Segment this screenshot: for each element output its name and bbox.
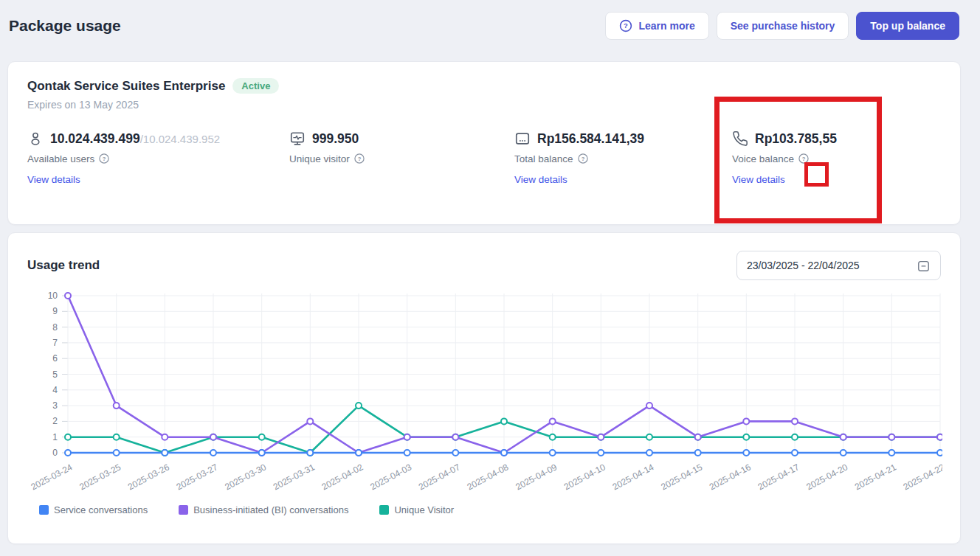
x-axis-label: 2025-04-22: [902, 462, 942, 492]
see-purchase-history-button[interactable]: See purchase history: [717, 12, 849, 40]
legend-item[interactable]: Service conversations: [39, 504, 148, 515]
data-point[interactable]: [792, 450, 798, 456]
help-circle-icon[interactable]: ?: [798, 153, 810, 164]
total-balance-view-details-link[interactable]: View details: [514, 174, 567, 185]
data-point[interactable]: [695, 434, 701, 440]
y-tick-label: 0: [52, 448, 58, 458]
voice-balance-label: Voice balance: [732, 153, 794, 164]
legend-item[interactable]: Business-initiated (BI) conversations: [179, 504, 348, 515]
data-point[interactable]: [743, 418, 749, 424]
users-total: /10.024.439.952: [140, 133, 220, 145]
credit-card-icon: [514, 131, 531, 147]
data-point[interactable]: [356, 450, 362, 456]
data-point[interactable]: [598, 434, 604, 440]
voice-balance-view-details-link[interactable]: View details: [732, 174, 785, 185]
x-axis-label: 2025-03-25: [77, 462, 122, 492]
monitor-pulse-icon: [289, 131, 306, 147]
data-point[interactable]: [501, 418, 507, 424]
data-point[interactable]: [646, 403, 652, 409]
data-point[interactable]: [452, 450, 458, 456]
y-tick-label: 6: [52, 353, 58, 364]
data-point[interactable]: [114, 450, 120, 456]
data-point[interactable]: [356, 403, 362, 409]
data-point[interactable]: [307, 450, 313, 456]
data-point[interactable]: [937, 434, 942, 440]
data-point[interactable]: [210, 434, 216, 440]
data-point[interactable]: [452, 434, 458, 440]
x-axis-label: 2025-04-21: [853, 462, 898, 492]
date-range-picker[interactable]: 23/03/2025 - 22/04/2025: [736, 251, 941, 280]
data-point[interactable]: [550, 418, 556, 424]
data-point[interactable]: [307, 418, 313, 424]
data-point[interactable]: [162, 450, 168, 456]
data-point[interactable]: [888, 434, 894, 440]
expiry-date: Expires on 13 May 2025: [27, 99, 941, 111]
svg-text:?: ?: [357, 156, 361, 162]
data-point[interactable]: [646, 450, 652, 456]
purchase-history-label: See purchase history: [731, 20, 835, 32]
x-axis-label: 2025-04-10: [562, 462, 607, 492]
data-point[interactable]: [65, 293, 71, 299]
learn-more-label: Learn more: [638, 20, 694, 32]
data-point[interactable]: [65, 434, 71, 440]
data-point[interactable]: [695, 450, 701, 456]
y-tick-label: 5: [52, 369, 58, 380]
y-tick-label: 3: [52, 400, 58, 411]
data-point[interactable]: [743, 434, 749, 440]
data-point[interactable]: [550, 450, 556, 456]
data-point[interactable]: [841, 434, 846, 440]
line-chart: 0123456789102025-03-242025-03-252025-03-…: [27, 288, 942, 503]
data-point[interactable]: [259, 434, 265, 440]
data-point[interactable]: [162, 434, 168, 440]
available-users-view-details-link[interactable]: View details: [27, 174, 80, 185]
learn-more-button[interactable]: ? Learn more: [605, 12, 708, 40]
data-point[interactable]: [888, 450, 894, 456]
data-point[interactable]: [743, 450, 749, 456]
package-title-row: Qontak Service Suites Enterprise Active: [27, 78, 941, 94]
data-point[interactable]: [792, 434, 798, 440]
data-point[interactable]: [114, 403, 120, 409]
data-point[interactable]: [501, 450, 507, 456]
data-point[interactable]: [646, 434, 652, 440]
x-axis-label: 2025-03-26: [126, 462, 171, 492]
help-circle-icon[interactable]: ?: [577, 153, 589, 164]
y-tick-label: 1: [52, 432, 58, 442]
usage-trend-chart: 0123456789102025-03-242025-03-252025-03-…: [27, 288, 941, 503]
data-point[interactable]: [792, 418, 798, 424]
data-point[interactable]: [841, 450, 846, 456]
x-axis-label: 2025-04-15: [659, 462, 704, 492]
legend-item[interactable]: Unique Visitor: [379, 504, 454, 515]
users-used: 10.024.439.499: [50, 131, 140, 146]
data-point[interactable]: [598, 450, 604, 456]
top-up-balance-button[interactable]: Top up balance: [856, 12, 959, 40]
x-axis-label: 2025-03-27: [175, 462, 220, 492]
data-point[interactable]: [550, 434, 556, 440]
x-axis-label: 2025-04-02: [320, 462, 365, 492]
help-circle-icon[interactable]: ?: [98, 153, 110, 164]
usage-trend-title: Usage trend: [27, 258, 100, 273]
data-point[interactable]: [210, 450, 216, 456]
usage-trend-header: Usage trend 23/03/2025 - 22/04/2025: [27, 251, 941, 280]
data-point[interactable]: [65, 450, 71, 456]
stat-total-balance: Rp156.584.141,39 Total balance ? View de…: [514, 131, 732, 185]
x-axis-label: 2025-04-16: [708, 462, 753, 492]
date-range-value: 23/03/2025 - 22/04/2025: [747, 260, 860, 271]
legend-label: Business-initiated (BI) conversations: [193, 504, 348, 515]
available-users-value: 10.024.439.499/10.024.439.952: [50, 131, 220, 147]
stat-available-users: 10.024.439.499/10.024.439.952 Available …: [27, 131, 289, 185]
y-tick-label: 10: [48, 291, 58, 301]
total-balance-label: Total balance: [514, 153, 573, 164]
package-usage-page: Package usage ? Learn more See purchase …: [0, 0, 980, 556]
data-point[interactable]: [259, 450, 265, 456]
data-point[interactable]: [937, 450, 942, 456]
data-point[interactable]: [404, 434, 410, 440]
header-actions: ? Learn more See purchase history Top up…: [605, 12, 959, 40]
help-circle-icon[interactable]: ?: [353, 153, 365, 164]
legend-swatch: [379, 505, 389, 515]
usage-trend-card: Usage trend 23/03/2025 - 22/04/2025 0123…: [7, 232, 961, 544]
package-card: Qontak Service Suites Enterprise Active …: [7, 61, 961, 225]
data-point[interactable]: [114, 434, 120, 440]
data-point[interactable]: [404, 450, 410, 456]
stat-voice-balance: Rp103.785,55 Voice balance ? View detail…: [732, 131, 837, 185]
y-tick-label: 4: [52, 385, 58, 395]
